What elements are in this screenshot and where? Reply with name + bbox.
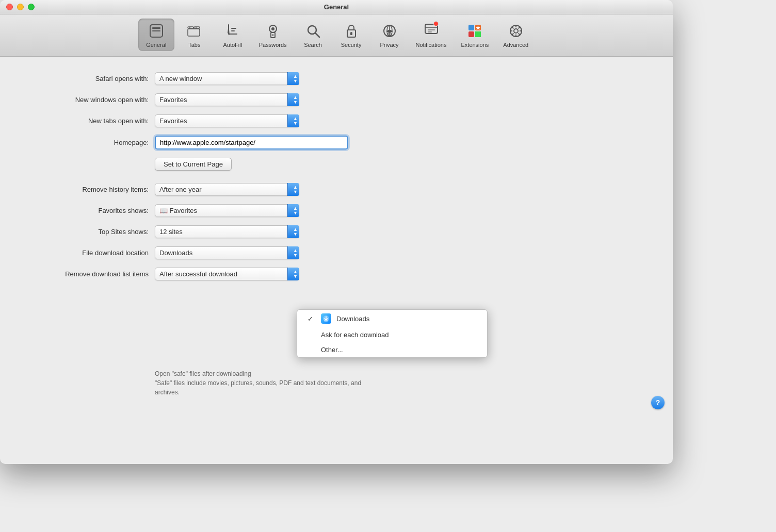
advanced-icon <box>507 22 525 40</box>
toolbar-label-autofill: AutoFill <box>223 42 242 48</box>
svg-rect-10 <box>231 30 235 31</box>
remove-history-label: Remove history items: <box>21 186 155 193</box>
toolbar-label-privacy: Privacy <box>380 42 399 48</box>
svg-line-39 <box>518 34 520 35</box>
toolbar-label-passwords: Passwords <box>259 42 287 48</box>
toolbar-label-extensions: Extensions <box>461 42 489 48</box>
window-title: General <box>324 3 349 11</box>
toolbar-item-autofill[interactable]: AutoFill <box>215 19 251 51</box>
file-download-dropdown: ✓ Downloads Ask for each download Other.… <box>297 309 488 358</box>
general-icon <box>147 22 166 40</box>
svg-rect-27 <box>428 31 432 32</box>
dropdown-label-ask: Ask for each download <box>321 331 389 339</box>
file-download-wrapper[interactable]: Downloads ▲▼ <box>155 246 299 259</box>
top-sites-select[interactable]: 12 sites <box>155 225 299 238</box>
minimize-button[interactable] <box>17 4 24 10</box>
top-sites-label: Top Sites shows: <box>21 228 155 236</box>
toolbar-item-passwords[interactable]: Passwords <box>253 19 293 51</box>
toolbar-item-tabs[interactable]: Tabs <box>176 19 213 51</box>
toolbar-item-privacy[interactable]: Privacy <box>371 19 408 51</box>
toolbar-item-notifications[interactable]: Notifications <box>410 19 453 51</box>
svg-rect-14 <box>272 34 273 36</box>
favorites-shows-select[interactable]: 📖 Favorites <box>155 204 299 217</box>
toolbar-label-security: Security <box>341 42 362 48</box>
toolbar-item-extensions[interactable]: Extensions <box>455 19 495 51</box>
svg-rect-28 <box>468 25 474 30</box>
homepage-row: Homepage: <box>21 136 652 149</box>
remove-download-control: After successful download ▲▼ <box>155 268 299 280</box>
autofill-icon <box>223 22 242 40</box>
svg-rect-1 <box>152 27 160 29</box>
svg-rect-2 <box>152 30 160 31</box>
remove-history-select[interactable]: After one year <box>155 183 299 196</box>
remove-download-wrapper[interactable]: After successful download ▲▼ <box>155 268 299 280</box>
security-icon <box>342 22 361 40</box>
close-button[interactable] <box>6 4 13 10</box>
bottom-info: Open "safe" files after downloading "Saf… <box>155 369 652 397</box>
dropdown-item-downloads[interactable]: ✓ Downloads <box>297 310 487 327</box>
passwords-icon <box>264 22 282 40</box>
new-windows-wrapper[interactable]: Favorites ▲▼ <box>155 93 299 106</box>
dropdown-item-other[interactable]: Other... <box>297 342 487 357</box>
dropdown-item-ask[interactable]: Ask for each download <box>297 327 487 342</box>
toolbar-label-general: General <box>146 42 166 48</box>
svg-line-40 <box>518 27 520 29</box>
new-windows-control: Favorites ▲▼ <box>155 93 299 106</box>
homepage-control <box>155 136 348 149</box>
toolbar-item-security[interactable]: Security <box>333 19 369 51</box>
safari-opens-wrapper[interactable]: A new window ▲▼ <box>155 72 299 85</box>
toolbar: General Tabs AutoFill <box>0 14 673 57</box>
toolbar-label-tabs: Tabs <box>188 42 200 48</box>
svg-rect-5 <box>188 29 200 36</box>
file-download-label: File download location <box>21 249 155 257</box>
toolbar-item-search[interactable]: Search <box>295 19 331 51</box>
file-download-select[interactable]: Downloads <box>155 246 299 259</box>
toolbar-item-general[interactable]: General <box>138 19 174 51</box>
title-bar: General <box>0 0 673 14</box>
new-tabs-row: New tabs open with: Favorites ▲▼ <box>21 114 652 127</box>
toolbar-label-search: Search <box>304 42 322 48</box>
toolbar-label-advanced: Advanced <box>503 42 528 48</box>
safari-opens-select[interactable]: A new window <box>155 72 299 85</box>
tabs-icon <box>185 22 204 40</box>
svg-rect-26 <box>428 29 435 30</box>
downloads-folder-icon <box>321 313 331 324</box>
remove-history-control: After one year ▲▼ <box>155 183 299 196</box>
traffic-lights <box>6 4 35 10</box>
svg-rect-4 <box>194 27 200 28</box>
remove-history-wrapper[interactable]: After one year ▲▼ <box>155 183 299 196</box>
bottom-info-line3: archives. <box>155 388 652 397</box>
new-windows-select[interactable]: Favorites <box>155 93 299 106</box>
safari-opens-row: Safari opens with: A new window ▲▼ <box>21 72 652 85</box>
notifications-icon <box>422 22 441 40</box>
set-current-page-button[interactable]: Set to Current Page <box>155 158 232 171</box>
safari-opens-label: Safari opens with: <box>21 75 155 82</box>
top-sites-control: 12 sites ▲▼ <box>155 225 299 238</box>
homepage-input[interactable] <box>155 136 348 149</box>
bottom-info-line2: "Safe" files include movies, pictures, s… <box>155 378 652 388</box>
top-sites-wrapper[interactable]: 12 sites ▲▼ <box>155 225 299 238</box>
remove-download-select[interactable]: After successful download <box>155 268 299 280</box>
favorites-shows-control: 📖 Favorites ▲▼ <box>155 204 299 217</box>
svg-point-33 <box>514 29 518 33</box>
toolbar-item-advanced[interactable]: Advanced <box>497 19 535 51</box>
top-sites-row: Top Sites shows: 12 sites ▲▼ <box>21 225 652 238</box>
maximize-button[interactable] <box>28 4 35 10</box>
dropdown-label-other: Other... <box>321 346 343 354</box>
check-mark-downloads: ✓ <box>308 315 316 323</box>
favorites-shows-label: Favorites shows: <box>21 207 155 214</box>
new-tabs-select[interactable]: Favorites <box>155 114 299 127</box>
homepage-label: Homepage: <box>21 139 155 146</box>
svg-line-16 <box>315 33 319 37</box>
svg-rect-9 <box>231 28 236 29</box>
set-current-page-row: Set to Current Page <box>21 158 652 171</box>
svg-line-41 <box>512 34 513 35</box>
extensions-icon <box>465 22 484 40</box>
new-tabs-wrapper[interactable]: Favorites ▲▼ <box>155 114 299 127</box>
remove-history-row: Remove history items: After one year ▲▼ <box>21 183 652 196</box>
help-button[interactable]: ? <box>651 396 665 409</box>
bottom-info-line1: Open "safe" files after downloading <box>155 369 652 378</box>
file-download-control: Downloads ▲▼ <box>155 246 299 259</box>
favorites-shows-wrapper[interactable]: 📖 Favorites ▲▼ <box>155 204 299 217</box>
svg-rect-3 <box>188 27 193 28</box>
